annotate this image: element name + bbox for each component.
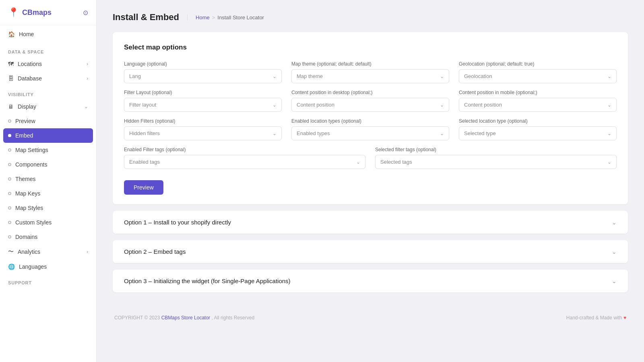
preview-label: Preview: [15, 118, 35, 124]
enabled-tags-select[interactable]: Enabled tags ⌄: [124, 155, 365, 169]
breadcrumb: Home > Install Store Locator: [187, 14, 264, 21]
sidebar-item-embed[interactable]: Embed: [3, 128, 93, 143]
analytics-icon: 〜: [8, 248, 14, 255]
preview-button[interactable]: Preview: [124, 180, 163, 195]
chevron-down-icon: ⌄: [84, 104, 88, 109]
footer-rights: , All rights Reserved: [211, 315, 254, 321]
languages-label: Languages: [19, 263, 47, 270]
accordion-option3: Option 3 – Initializing the widget (for …: [113, 269, 628, 292]
chevron-down-icon: ⌄: [440, 102, 444, 108]
sidebar-item-map-keys[interactable]: Map Keys: [0, 186, 96, 201]
chevron-down-icon: ⌄: [356, 159, 360, 165]
page-header: Install & Embed Home > Install Store Loc…: [113, 12, 628, 23]
sidebar-item-display[interactable]: 🖥 Display ⌄: [0, 99, 96, 114]
enabled-types-select[interactable]: Enabled types ⌄: [291, 126, 449, 140]
accordion-option1-label: Option 1 – Install to your shopify direc…: [124, 219, 231, 226]
chevron-down-icon: ⌄: [440, 74, 444, 79]
content-desktop-group: Content position in desktop (optional;) …: [291, 90, 449, 112]
selected-type-select[interactable]: Selected type ⌄: [459, 126, 617, 140]
accordion-option1: Option 1 – Install to your shopify direc…: [113, 211, 628, 234]
locations-icon: 🗺: [8, 61, 14, 67]
breadcrumb-current: Install Store Locator: [217, 14, 264, 21]
sidebar-item-languages[interactable]: 🌐 Languages: [0, 259, 96, 274]
select-map-options-card: Select map options Language (optional) L…: [113, 32, 628, 204]
chevron-down-icon: ⌄: [607, 102, 611, 108]
analytics-label: Analytics: [18, 249, 40, 255]
sidebar-item-analytics[interactable]: 〜 Analytics ›: [0, 244, 96, 259]
chevron-down-icon: ⌄: [612, 219, 617, 226]
geolocation-select[interactable]: Geolocation ⌄: [459, 69, 617, 83]
selected-tags-label: Selected filter tags (optional): [375, 147, 617, 152]
database-icon: 🗄: [8, 75, 14, 82]
sidebar-item-map-settings[interactable]: Map Settings: [0, 143, 96, 157]
enabled-tags-label: Enabled Filter tags (optional): [124, 147, 365, 152]
accordion-option2: Option 2 – Embed tags ⌄: [113, 240, 628, 263]
sidebar-item-components[interactable]: Components: [0, 157, 96, 172]
sidebar-item-locations[interactable]: 🗺 Locations ›: [0, 57, 96, 71]
hidden-filters-group: Hidden Filters (optional) Hidden filters…: [124, 118, 282, 140]
sidebar: 📍 CBmaps ⊙ 🏠 Home DATA & SPACE 🗺 Locatio…: [0, 0, 97, 362]
home-label: Home: [19, 31, 34, 37]
page-title: Install & Embed: [113, 12, 179, 23]
selected-type-group: Selected location type (optional) Select…: [459, 118, 617, 140]
filter-layout-label: Filter Layout (optional): [124, 90, 282, 95]
selected-tags-select[interactable]: Selected tags ⌄: [375, 155, 617, 169]
sidebar-item-custom-styles[interactable]: Custom Styles: [0, 215, 96, 230]
locations-label: Locations: [18, 61, 42, 67]
form-row-1: Language (optional) Lang ⌄ Map theme (op…: [124, 61, 617, 83]
hidden-filters-select[interactable]: Hidden filters ⌄: [124, 126, 282, 140]
language-select[interactable]: Lang ⌄: [124, 69, 282, 83]
sidebar-item-domains[interactable]: Domains: [0, 230, 96, 244]
chevron-down-icon: ⌄: [272, 102, 277, 108]
components-label: Components: [15, 161, 47, 168]
accordion-option3-header[interactable]: Option 3 – Initializing the widget (for …: [113, 269, 628, 292]
filter-layout-value: Filter layout: [129, 102, 156, 108]
chevron-down-icon: ⌄: [272, 131, 277, 136]
globe-icon: 🌐: [8, 263, 15, 270]
selected-type-label: Selected location type (optional): [459, 118, 617, 124]
main-content: Install & Embed Home > Install Store Loc…: [97, 0, 644, 362]
database-label: Database: [18, 75, 42, 82]
map-theme-value: Map theme: [297, 73, 323, 79]
dot-icon: [8, 119, 11, 123]
enabled-types-value: Enabled types: [297, 130, 330, 136]
heart-icon: ♥: [623, 315, 626, 321]
accordion-option2-header[interactable]: Option 2 – Embed tags ⌄: [113, 240, 628, 263]
breadcrumb-separator: >: [212, 14, 215, 21]
enabled-types-label: Enabled location types (optional): [291, 118, 449, 124]
filter-layout-group: Filter Layout (optional) Filter layout ⌄: [124, 90, 282, 112]
themes-label: Themes: [15, 176, 36, 182]
content-desktop-value: Content position: [297, 102, 334, 108]
domains-label: Domains: [15, 234, 37, 240]
settings-icon[interactable]: ⊙: [83, 9, 88, 16]
map-theme-label: Map theme (optional; default: default): [291, 61, 449, 67]
dot-icon: [8, 163, 11, 166]
breadcrumb-home[interactable]: Home: [196, 14, 210, 21]
accordion-option1-header[interactable]: Option 1 – Install to your shopify direc…: [113, 211, 628, 234]
selected-type-value: Selected type: [464, 130, 496, 136]
map-styles-label: Map Styles: [15, 205, 43, 211]
card-title: Select map options: [124, 43, 617, 51]
section-support: SUPPORT: [0, 274, 96, 288]
selected-tags-group: Selected filter tags (optional) Selected…: [375, 147, 617, 169]
hidden-filters-value: Hidden filters: [129, 130, 160, 136]
map-keys-label: Map Keys: [15, 190, 40, 197]
chevron-down-icon: ⌄: [272, 74, 277, 79]
content-mobile-select[interactable]: Content position ⌄: [459, 98, 617, 112]
filter-layout-select[interactable]: Filter layout ⌄: [124, 98, 282, 112]
dot-icon: [8, 221, 11, 224]
language-value: Lang: [129, 73, 141, 79]
sidebar-item-home[interactable]: 🏠 Home: [0, 25, 96, 43]
footer: COPYRIGHT © 2023 CBMaps Store Locator , …: [113, 315, 628, 321]
sidebar-item-map-styles[interactable]: Map Styles: [0, 201, 96, 215]
sidebar-item-database[interactable]: 🗄 Database ›: [0, 71, 96, 86]
map-theme-select[interactable]: Map theme ⌄: [291, 69, 449, 83]
content-desktop-label: Content position in desktop (optional;): [291, 90, 449, 95]
footer-brand-link[interactable]: CBMaps Store Locator: [161, 315, 210, 321]
map-theme-group: Map theme (optional; default: default) M…: [291, 61, 449, 83]
sidebar-item-preview[interactable]: Preview: [0, 114, 96, 128]
form-row-2: Filter Layout (optional) Filter layout ⌄…: [124, 90, 617, 112]
sidebar-item-themes[interactable]: Themes: [0, 172, 96, 186]
content-desktop-select[interactable]: Content position ⌄: [291, 98, 449, 112]
section-data-space: DATA & SPACE: [0, 43, 96, 57]
